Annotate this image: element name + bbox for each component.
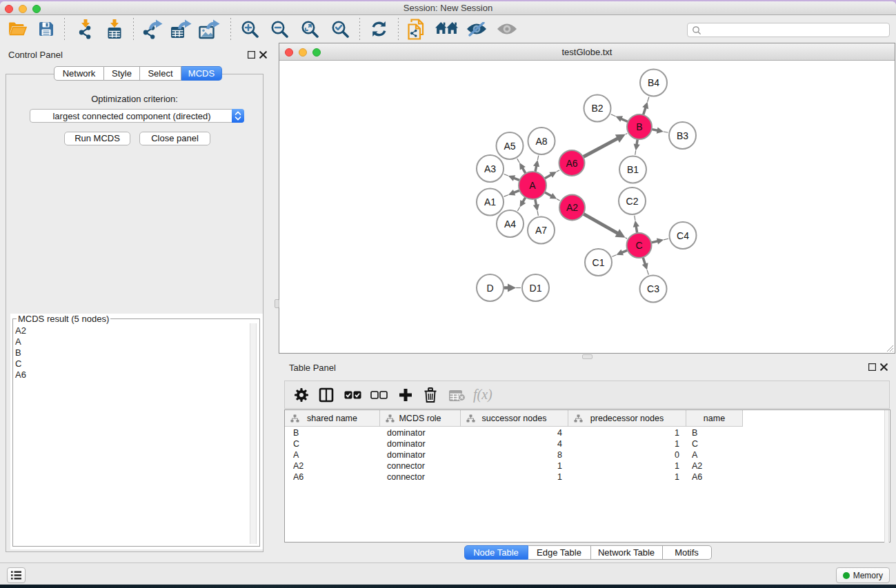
edge-B-B3[interactable] <box>652 128 668 134</box>
delete-column-button[interactable] <box>421 385 440 405</box>
edge-A-A1[interactable] <box>504 190 519 196</box>
mcds-result-list[interactable]: A2ABCA6 <box>15 325 26 381</box>
node-A2[interactable]: A2 <box>559 195 585 221</box>
node-B1[interactable]: B1 <box>619 156 646 183</box>
optimization-criterion-select[interactable]: largest connected component (directed) <box>30 109 244 123</box>
mcds-result-item[interactable]: A <box>15 336 26 347</box>
edge-C-C1[interactable] <box>612 250 627 256</box>
node-A4[interactable]: A4 <box>497 210 524 237</box>
node-A[interactable]: A <box>519 172 546 199</box>
unselect-all-columns-button[interactable] <box>369 385 388 405</box>
tab-motifs[interactable]: Motifs <box>663 545 712 560</box>
node-B3[interactable]: B3 <box>669 122 696 149</box>
close-panel-button[interactable]: Close panel <box>139 132 210 145</box>
hide-selected-button[interactable] <box>466 19 487 39</box>
mcds-result-item[interactable]: A2 <box>15 325 26 336</box>
import-table-button[interactable] <box>104 19 125 39</box>
edge-B-B2[interactable] <box>611 114 628 122</box>
mcds-result-item[interactable]: A6 <box>15 369 26 381</box>
edge-B-B4[interactable] <box>642 97 649 114</box>
node-D1[interactable]: D1 <box>522 274 549 301</box>
table-panel-float-icon[interactable] <box>868 363 876 371</box>
export-network-button[interactable] <box>142 19 163 39</box>
tab-network-table[interactable]: Network Table <box>591 545 663 560</box>
node-A5[interactable]: A5 <box>497 132 524 159</box>
node-B[interactable]: B <box>627 114 652 139</box>
show-column-button[interactable] <box>317 385 336 405</box>
node-A3[interactable]: A3 <box>477 155 504 182</box>
node-C1[interactable]: C1 <box>585 249 612 276</box>
node-D[interactable]: D <box>477 274 504 301</box>
tab-style[interactable]: Style <box>104 66 140 81</box>
import-network-button[interactable] <box>75 19 96 39</box>
edge-A6-B[interactable] <box>584 133 628 156</box>
edge-B-B1[interactable] <box>634 139 640 154</box>
edge-A2-C[interactable] <box>584 214 627 239</box>
save-session-button[interactable] <box>36 19 57 39</box>
zoom-fit-button[interactable] <box>299 19 320 39</box>
table-options-button[interactable] <box>292 385 311 405</box>
network-window-titlebar[interactable]: testGlobe.txt <box>279 43 895 61</box>
search-input[interactable] <box>701 24 889 37</box>
edge-C-C3[interactable] <box>642 258 649 275</box>
node-B4[interactable]: B4 <box>640 70 667 97</box>
open-session-button[interactable] <box>7 19 28 39</box>
edge-A-A8[interactable] <box>533 156 539 172</box>
table-row-C[interactable]: Cdominator41C <box>285 438 743 449</box>
node-C[interactable]: C <box>627 233 652 258</box>
tab-select[interactable]: Select <box>140 66 181 81</box>
mcds-result-item[interactable]: C <box>15 358 26 369</box>
memory-button[interactable]: Memory <box>836 567 890 583</box>
tab-mcds[interactable]: MCDS <box>181 66 222 81</box>
tab-edge-table[interactable]: Edge Table <box>528 545 591 560</box>
node-A8[interactable]: A8 <box>528 128 555 154</box>
column-header-successor-nodes[interactable]: successor nodes <box>461 410 568 427</box>
node-A6[interactable]: A6 <box>559 150 585 176</box>
mcds-result-scrollbar[interactable] <box>250 323 257 544</box>
control-panel-close-icon[interactable] <box>259 51 267 59</box>
split-divider-grip-bottom[interactable] <box>582 354 593 359</box>
edge-A-A7[interactable] <box>533 199 539 216</box>
node-table-scrollbar[interactable] <box>884 410 889 543</box>
node-A1[interactable]: A1 <box>477 189 504 216</box>
export-image-button[interactable] <box>199 19 219 39</box>
tab-node-table[interactable]: Node Table <box>464 545 528 560</box>
select-all-columns-button[interactable] <box>343 385 362 405</box>
table-row-B[interactable]: Bdominator41B <box>285 427 743 438</box>
search-box[interactable] <box>687 23 890 37</box>
export-table-button[interactable] <box>170 19 191 39</box>
split-divider-grip-left[interactable] <box>275 299 279 308</box>
show-all-button[interactable] <box>436 19 457 39</box>
control-panel-float-icon[interactable] <box>248 51 255 59</box>
table-row-A[interactable]: Adominator80A <box>285 449 743 460</box>
table-panel-close-icon[interactable] <box>880 363 888 371</box>
run-mcds-button[interactable]: Run MCDS <box>64 132 130 145</box>
column-header-name[interactable]: name <box>686 410 743 427</box>
column-header-predecessor-nodes[interactable]: predecessor nodes <box>568 410 686 427</box>
node-B2[interactable]: B2 <box>584 95 611 122</box>
edge-A-A2[interactable] <box>545 192 560 201</box>
zoom-out-button[interactable] <box>269 19 290 39</box>
table-row-A6[interactable]: A6connector11A6 <box>285 472 743 483</box>
duplicate-network-button[interactable] <box>406 19 426 39</box>
edge-C-C2[interactable] <box>633 216 639 233</box>
edge-A-A4[interactable] <box>517 198 526 211</box>
network-resize-grip[interactable] <box>886 344 894 352</box>
zoom-in-button[interactable] <box>239 19 260 39</box>
node-C2[interactable]: C2 <box>619 187 646 214</box>
tab-network[interactable]: Network <box>54 66 104 81</box>
app-titlebar[interactable]: Session: New Session <box>0 1 896 15</box>
edge-C-C4[interactable] <box>652 238 669 244</box>
column-header-shared-name[interactable]: shared name <box>285 410 380 427</box>
node-C4[interactable]: C4 <box>670 222 697 249</box>
mcds-result-item[interactable]: B <box>15 347 26 358</box>
refresh-button[interactable] <box>368 19 389 39</box>
edge-A-A3[interactable] <box>504 174 519 181</box>
node-A7[interactable]: A7 <box>528 217 555 244</box>
edge-D-D1[interactable] <box>504 284 521 292</box>
node-C3[interactable]: C3 <box>640 276 667 303</box>
create-column-button[interactable] <box>396 385 415 405</box>
task-history-button[interactable] <box>7 567 26 583</box>
edge-A-A5[interactable] <box>517 159 526 173</box>
zoom-selected-button[interactable] <box>330 19 350 39</box>
